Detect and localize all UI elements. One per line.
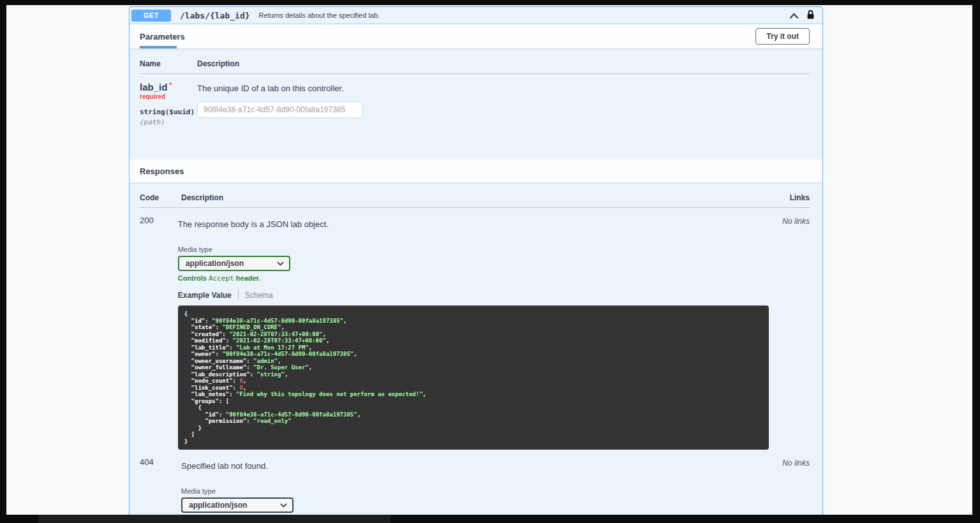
parameters-body: Name Description lab_id* required string… (130, 49, 822, 159)
responses-body: Code Description Links 200 The response … (130, 183, 822, 515)
media-type-value: application/json (189, 501, 247, 510)
swagger-page: GET /labs/{lab_id} Returns details about… (6, 5, 972, 515)
media-type-value: application/json (186, 259, 244, 268)
response-code: 200 (140, 216, 178, 450)
active-tab-underline (140, 46, 177, 48)
column-header-code: Code (140, 193, 181, 202)
no-links-label: No links (765, 457, 810, 515)
tab-schema[interactable]: Schema (239, 291, 273, 300)
endpoint-path: /labs/{lab_id} (180, 11, 250, 20)
http-method-badge: GET (131, 10, 171, 22)
controls-accept-note: Controls Accept header. (178, 274, 769, 283)
chevron-down-icon (280, 501, 287, 510)
example-schema-tabs: Example Value Schema (178, 291, 769, 300)
parameters-title: Parameters (140, 32, 185, 41)
responses-table-header: Code Description Links (140, 193, 810, 208)
try-it-out-button[interactable]: Try it out (755, 28, 810, 45)
media-type-select[interactable]: application/json (181, 497, 293, 513)
response-row-404: 404 Specified lab not found. Media type … (140, 450, 810, 515)
response-row-200: 200 The response body is a JSON lab obje… (140, 208, 810, 450)
chevron-up-icon (789, 11, 799, 20)
example-json-code: { "id": "90f84e38-a71c-4d57-8d90-00fa8a1… (178, 306, 769, 450)
column-header-links: Links (765, 193, 810, 202)
lock-icon (806, 10, 815, 22)
response-code: 404 (140, 457, 181, 515)
parameter-type: string($uuid) (140, 108, 197, 116)
parameter-row-lab-id: lab_id* required string($uuid) (path) Th… (140, 74, 810, 126)
column-header-description: Description (181, 193, 765, 202)
lab-id-input[interactable] (197, 101, 363, 118)
response-description: Specified lab not found. (181, 457, 765, 471)
column-header-name: Name (140, 59, 197, 68)
collapse-button[interactable] (789, 11, 799, 20)
bottom-bar-segment (38, 515, 390, 523)
endpoint-summary: Returns details about the specified lab. (259, 11, 789, 19)
chevron-down-icon (277, 259, 284, 268)
parameter-description: The unique ID of a lab on this controlle… (197, 82, 810, 93)
parameter-location: (path) (140, 118, 197, 126)
responses-title: Responses (140, 166, 184, 176)
no-links-label: No links (769, 216, 810, 450)
responses-section-header: Responses (130, 159, 822, 183)
response-description: The response body is a JSON lab object. (178, 216, 769, 229)
operation-summary[interactable]: GET /labs/{lab_id} Returns details about… (130, 7, 822, 24)
accept-header-code: Accept (209, 274, 234, 283)
media-type-label: Media type (181, 487, 765, 495)
parameters-section-header: Parameters Try it out (130, 24, 822, 49)
parameters-table-header: Name Description (140, 59, 810, 74)
parameter-name: lab_id (140, 82, 167, 92)
authorize-button[interactable] (806, 10, 815, 22)
media-type-label: Media type (178, 246, 769, 253)
tab-example-value[interactable]: Example Value (178, 291, 239, 300)
operation-block-get-lab: GET /labs/{lab_id} Returns details about… (129, 6, 823, 515)
column-header-description: Description (197, 59, 810, 68)
media-type-select[interactable]: application/json (178, 256, 290, 271)
